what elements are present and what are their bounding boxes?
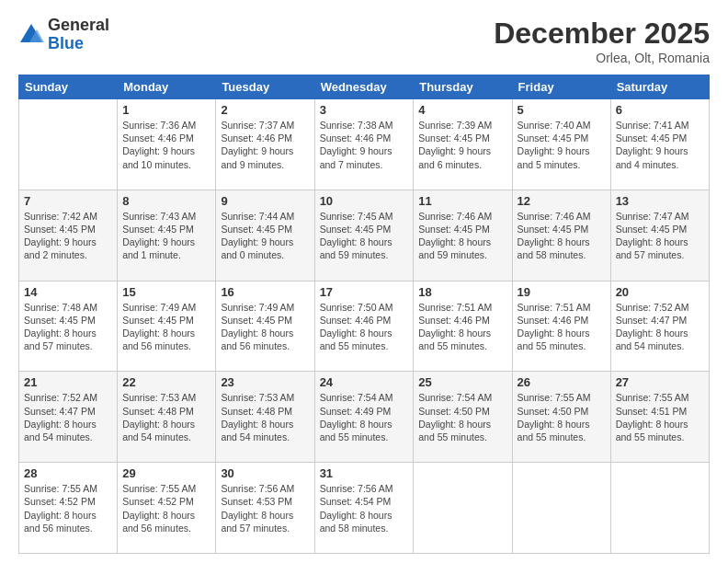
day-info: Sunrise: 7:51 AMSunset: 4:46 PMDaylight:… (518, 301, 606, 353)
title-section: December 2025 Orlea, Olt, Romania (494, 17, 710, 65)
day-number: 12 (518, 194, 606, 208)
calendar-cell: 15Sunrise: 7:49 AMSunset: 4:45 PMDayligh… (118, 281, 216, 372)
day-number: 3 (320, 103, 409, 117)
calendar-week-row: 21Sunrise: 7:52 AMSunset: 4:47 PMDayligh… (19, 372, 710, 463)
day-number: 28 (24, 466, 112, 480)
page: General Blue December 2025 Orlea, Olt, R… (0, 0, 728, 563)
day-number: 18 (418, 285, 506, 299)
day-number: 8 (122, 194, 210, 208)
day-number: 13 (616, 194, 704, 208)
day-number: 19 (518, 285, 606, 299)
day-number: 14 (24, 285, 112, 299)
calendar-day-header: Wednesday (314, 75, 414, 99)
calendar-cell: 9Sunrise: 7:44 AMSunset: 4:45 PMDaylight… (216, 190, 314, 281)
calendar-week-row: 28Sunrise: 7:55 AMSunset: 4:52 PMDayligh… (19, 463, 710, 554)
day-info: Sunrise: 7:41 AMSunset: 4:45 PMDaylight:… (616, 119, 704, 171)
calendar-cell: 1Sunrise: 7:36 AMSunset: 4:46 PMDaylight… (118, 99, 216, 190)
day-info: Sunrise: 7:54 AMSunset: 4:49 PMDaylight:… (320, 391, 409, 443)
day-number: 25 (418, 375, 506, 389)
calendar-cell (610, 463, 709, 554)
day-number: 4 (418, 103, 506, 117)
day-number: 16 (221, 285, 309, 299)
month-title: December 2025 (494, 17, 710, 51)
day-number: 11 (418, 194, 506, 208)
calendar-cell: 19Sunrise: 7:51 AMSunset: 4:46 PMDayligh… (512, 281, 610, 372)
calendar-cell (19, 99, 118, 190)
calendar-cell: 4Sunrise: 7:39 AMSunset: 4:45 PMDaylight… (414, 99, 512, 190)
logo: General Blue (18, 17, 109, 53)
day-number: 21 (24, 375, 112, 389)
calendar-cell: 8Sunrise: 7:43 AMSunset: 4:45 PMDaylight… (118, 190, 216, 281)
day-info: Sunrise: 7:51 AMSunset: 4:46 PMDaylight:… (418, 301, 506, 353)
calendar-cell: 13Sunrise: 7:47 AMSunset: 4:45 PMDayligh… (610, 190, 709, 281)
day-info: Sunrise: 7:48 AMSunset: 4:45 PMDaylight:… (24, 301, 112, 353)
calendar-header-row: SundayMondayTuesdayWednesdayThursdayFrid… (19, 75, 710, 99)
calendar-week-row: 14Sunrise: 7:48 AMSunset: 4:45 PMDayligh… (19, 281, 710, 372)
calendar-cell: 22Sunrise: 7:53 AMSunset: 4:48 PMDayligh… (118, 372, 216, 463)
day-info: Sunrise: 7:39 AMSunset: 4:45 PMDaylight:… (418, 119, 506, 171)
day-info: Sunrise: 7:56 AMSunset: 4:54 PMDaylight:… (320, 482, 409, 534)
calendar-cell (512, 463, 610, 554)
day-info: Sunrise: 7:55 AMSunset: 4:50 PMDaylight:… (518, 391, 606, 443)
day-number: 27 (616, 375, 704, 389)
day-number: 31 (320, 466, 409, 480)
calendar-week-row: 7Sunrise: 7:42 AMSunset: 4:45 PMDaylight… (19, 190, 710, 281)
calendar-cell: 30Sunrise: 7:56 AMSunset: 4:53 PMDayligh… (216, 463, 314, 554)
logo-general: General (48, 17, 109, 35)
day-info: Sunrise: 7:40 AMSunset: 4:45 PMDaylight:… (518, 119, 606, 171)
logo-blue: Blue (48, 35, 109, 53)
calendar-cell: 25Sunrise: 7:54 AMSunset: 4:50 PMDayligh… (414, 372, 512, 463)
calendar-cell: 12Sunrise: 7:46 AMSunset: 4:45 PMDayligh… (512, 190, 610, 281)
day-info: Sunrise: 7:53 AMSunset: 4:48 PMDaylight:… (221, 391, 309, 443)
day-number: 10 (320, 194, 409, 208)
calendar-cell: 5Sunrise: 7:40 AMSunset: 4:45 PMDaylight… (512, 99, 610, 190)
calendar-cell: 23Sunrise: 7:53 AMSunset: 4:48 PMDayligh… (216, 372, 314, 463)
day-number: 22 (122, 375, 210, 389)
day-info: Sunrise: 7:43 AMSunset: 4:45 PMDaylight:… (122, 210, 210, 262)
day-number: 2 (221, 103, 309, 117)
calendar-cell: 17Sunrise: 7:50 AMSunset: 4:46 PMDayligh… (314, 281, 414, 372)
calendar-day-header: Friday (512, 75, 610, 99)
calendar-cell: 16Sunrise: 7:49 AMSunset: 4:45 PMDayligh… (216, 281, 314, 372)
calendar-cell: 11Sunrise: 7:46 AMSunset: 4:45 PMDayligh… (414, 190, 512, 281)
day-info: Sunrise: 7:54 AMSunset: 4:50 PMDaylight:… (418, 391, 506, 443)
day-number: 17 (320, 285, 409, 299)
day-info: Sunrise: 7:36 AMSunset: 4:46 PMDaylight:… (122, 119, 210, 171)
day-info: Sunrise: 7:47 AMSunset: 4:45 PMDaylight:… (616, 210, 704, 262)
calendar-cell: 21Sunrise: 7:52 AMSunset: 4:47 PMDayligh… (19, 372, 118, 463)
day-number: 1 (122, 103, 210, 117)
calendar-day-header: Tuesday (216, 75, 314, 99)
day-number: 23 (221, 375, 309, 389)
header: General Blue December 2025 Orlea, Olt, R… (18, 17, 710, 65)
day-info: Sunrise: 7:42 AMSunset: 4:45 PMDaylight:… (24, 210, 112, 262)
calendar-cell (414, 463, 512, 554)
calendar-cell: 2Sunrise: 7:37 AMSunset: 4:46 PMDaylight… (216, 99, 314, 190)
day-number: 15 (122, 285, 210, 299)
calendar-week-row: 1Sunrise: 7:36 AMSunset: 4:46 PMDaylight… (19, 99, 710, 190)
calendar-cell: 27Sunrise: 7:55 AMSunset: 4:51 PMDayligh… (610, 372, 709, 463)
day-info: Sunrise: 7:50 AMSunset: 4:46 PMDaylight:… (320, 301, 409, 353)
day-number: 26 (518, 375, 606, 389)
calendar-cell: 3Sunrise: 7:38 AMSunset: 4:46 PMDaylight… (314, 99, 414, 190)
calendar-cell: 14Sunrise: 7:48 AMSunset: 4:45 PMDayligh… (19, 281, 118, 372)
day-info: Sunrise: 7:45 AMSunset: 4:45 PMDaylight:… (320, 210, 409, 262)
day-number: 24 (320, 375, 409, 389)
day-info: Sunrise: 7:56 AMSunset: 4:53 PMDaylight:… (221, 482, 309, 534)
calendar-cell: 18Sunrise: 7:51 AMSunset: 4:46 PMDayligh… (414, 281, 512, 372)
day-number: 5 (518, 103, 606, 117)
calendar-cell: 24Sunrise: 7:54 AMSunset: 4:49 PMDayligh… (314, 372, 414, 463)
day-info: Sunrise: 7:55 AMSunset: 4:52 PMDaylight:… (122, 482, 210, 534)
calendar-cell: 10Sunrise: 7:45 AMSunset: 4:45 PMDayligh… (314, 190, 414, 281)
day-info: Sunrise: 7:49 AMSunset: 4:45 PMDaylight:… (122, 301, 210, 353)
day-number: 6 (616, 103, 704, 117)
day-number: 7 (24, 194, 112, 208)
day-info: Sunrise: 7:52 AMSunset: 4:47 PMDaylight:… (616, 301, 704, 353)
calendar-day-header: Thursday (414, 75, 512, 99)
day-info: Sunrise: 7:46 AMSunset: 4:45 PMDaylight:… (518, 210, 606, 262)
logo-icon (18, 22, 44, 48)
calendar-day-header: Monday (118, 75, 216, 99)
calendar-day-header: Sunday (19, 75, 118, 99)
day-info: Sunrise: 7:49 AMSunset: 4:45 PMDaylight:… (221, 301, 309, 353)
calendar-cell: 6Sunrise: 7:41 AMSunset: 4:45 PMDaylight… (610, 99, 709, 190)
day-info: Sunrise: 7:53 AMSunset: 4:48 PMDaylight:… (122, 391, 210, 443)
